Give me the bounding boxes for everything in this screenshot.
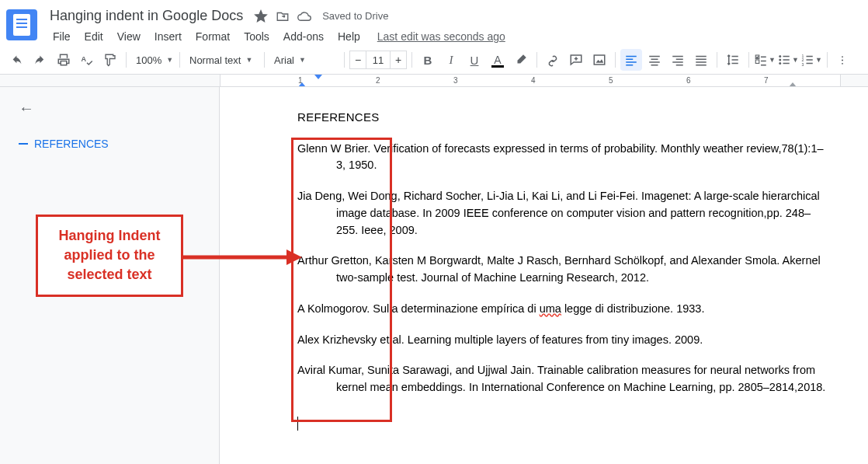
document-title[interactable]: Hanging indent in Google Docs (47, 6, 246, 26)
increase-font-button[interactable]: + (390, 51, 407, 69)
svg-rect-1 (594, 55, 605, 65)
undo-button[interactable] (6, 49, 28, 71)
separator (615, 52, 616, 68)
ruler[interactable]: 1 2 3 4 5 6 7 (0, 75, 868, 87)
menu-help[interactable]: Help (332, 27, 366, 46)
font-size-group: − + (349, 51, 407, 69)
heading-references[interactable]: REFERENCES (297, 109, 831, 127)
decrease-font-button[interactable]: − (349, 51, 366, 69)
numbered-list-button[interactable]: 123▼ (800, 49, 822, 71)
separator (411, 52, 412, 68)
document-content[interactable]: REFERENCES Glenn W Brier. Verification o… (297, 109, 831, 436)
font-select[interactable]: Arial▼ (269, 49, 339, 71)
ruler-mark: 3 (453, 76, 458, 85)
cloud-icon[interactable] (297, 9, 311, 23)
checklist-button[interactable]: ▼ (754, 49, 776, 71)
bold-button[interactable]: B (417, 49, 439, 71)
separator (344, 52, 345, 68)
italic-button[interactable]: I (440, 49, 462, 71)
align-center-button[interactable] (644, 49, 665, 71)
menu-insert[interactable]: Insert (148, 27, 188, 46)
reference-entry[interactable]: Aviral Kumar, Sunita Sarawagi, and Ujjwa… (297, 362, 831, 396)
svg-text:3: 3 (802, 62, 804, 67)
last-edit-link[interactable]: Last edit was seconds ago (377, 30, 505, 43)
menu-view[interactable]: View (111, 27, 147, 46)
highlight-button[interactable] (510, 49, 532, 71)
title-area: Hanging indent in Google Docs Saved to D… (47, 6, 856, 46)
underline-button[interactable]: U (464, 49, 485, 71)
spellcheck-button[interactable]: A (76, 49, 98, 71)
svg-point-5 (779, 59, 781, 61)
more-button[interactable]: ⋯ (832, 49, 854, 71)
annotation-line: applied to the (49, 246, 170, 265)
svg-marker-11 (286, 249, 302, 265)
svg-text:A: A (82, 55, 87, 63)
separator (748, 52, 749, 68)
star-icon[interactable] (254, 9, 268, 23)
separator (827, 52, 828, 68)
separator (536, 52, 537, 68)
insert-image-button[interactable] (589, 49, 610, 71)
separator (264, 52, 265, 68)
zoom-select[interactable]: 100%▼ (131, 49, 175, 71)
menu-bar: File Edit View Insert Format Tools Add-o… (47, 27, 856, 46)
outline-item-label: REFERENCES (34, 138, 109, 150)
align-right-button[interactable] (667, 49, 689, 71)
add-comment-button[interactable] (565, 49, 587, 71)
paint-format-button[interactable] (99, 49, 121, 71)
menu-file[interactable]: File (47, 27, 77, 46)
saved-status: Saved to Drive (322, 10, 388, 22)
svg-rect-3 (755, 60, 759, 64)
document-area[interactable]: REFERENCES Glenn W Brier. Verification o… (220, 87, 868, 464)
menu-addons[interactable]: Add-ons (277, 27, 330, 46)
align-justify-button[interactable] (690, 49, 712, 71)
redo-button[interactable] (30, 49, 51, 71)
move-icon[interactable] (276, 9, 290, 23)
line-spacing-button[interactable] (722, 49, 744, 71)
reference-entry[interactable]: Alex Krizhevsky et al. Learning multiple… (297, 332, 831, 349)
font-size-input[interactable] (366, 51, 390, 69)
annotation-arrow-icon (182, 246, 306, 269)
app-header: Hanging indent in Google Docs Saved to D… (0, 0, 868, 46)
annotation-line: Hanging Indent (49, 226, 170, 246)
bulleted-list-button[interactable]: ▼ (777, 49, 799, 71)
paragraph-style-select[interactable]: Normal text▼ (185, 49, 259, 71)
reference-entry[interactable]: A Kolmogorov. Sulla determinazione empír… (297, 301, 831, 318)
annotation-overlay: Hanging Indent applied to the selected t… (36, 215, 183, 297)
outline-item-references[interactable]: REFERENCES (19, 133, 207, 155)
ruler-mark: 6 (686, 76, 691, 85)
insert-link-button[interactable] (542, 49, 564, 71)
reference-entry[interactable]: Arthur Gretton, Karsten M Borgwardt, Mal… (297, 253, 831, 287)
svg-point-6 (779, 62, 781, 65)
outline-dash-icon (19, 143, 28, 145)
ruler-mark: 2 (376, 76, 380, 85)
annotation-line: selected text (49, 265, 170, 284)
docs-logo[interactable] (6, 9, 37, 40)
ruler-mark: 7 (764, 76, 769, 85)
reference-entry[interactable]: Glenn W Brier. Verification of forecasts… (297, 141, 831, 175)
outline-back-button[interactable]: ← (19, 99, 34, 117)
spelling-error[interactable]: uma (540, 302, 561, 315)
reference-entry[interactable]: Jia Deng, Wei Dong, Richard Socher, Li-J… (297, 188, 831, 239)
toolbar: A 100%▼ Normal text▼ Arial▼ − + B I U A … (0, 46, 868, 75)
separator (179, 52, 180, 68)
text-cursor (297, 417, 298, 431)
align-left-button[interactable] (620, 49, 642, 71)
ruler-mark: 4 (531, 76, 536, 85)
annotation-box: Hanging Indent applied to the selected t… (36, 215, 183, 297)
ruler-track[interactable]: 1 2 3 4 5 6 7 (220, 75, 841, 87)
separator (717, 52, 717, 68)
print-button[interactable] (53, 49, 75, 71)
title-row: Hanging indent in Google Docs Saved to D… (47, 6, 856, 26)
text-color-button[interactable]: A (487, 49, 509, 71)
separator (126, 52, 127, 68)
ruler-mark: 5 (609, 76, 613, 85)
menu-format[interactable]: Format (189, 27, 236, 46)
menu-tools[interactable]: Tools (238, 27, 276, 46)
menu-edit[interactable]: Edit (78, 27, 109, 46)
svg-point-4 (779, 55, 781, 58)
